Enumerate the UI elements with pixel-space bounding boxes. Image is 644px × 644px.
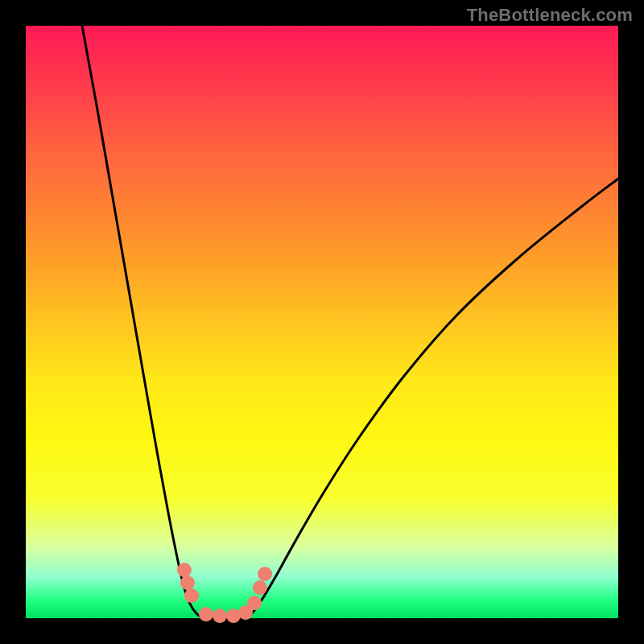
data-marker [177,563,192,577]
data-marker [258,567,272,581]
data-marker [199,607,213,621]
watermark-text: TheBottleneck.com [467,5,633,26]
data-marker [213,609,227,623]
data-marker [247,596,262,610]
data-marker [253,580,267,595]
chart-frame [26,26,618,618]
data-marker [184,588,199,603]
marker-layer [26,26,618,618]
